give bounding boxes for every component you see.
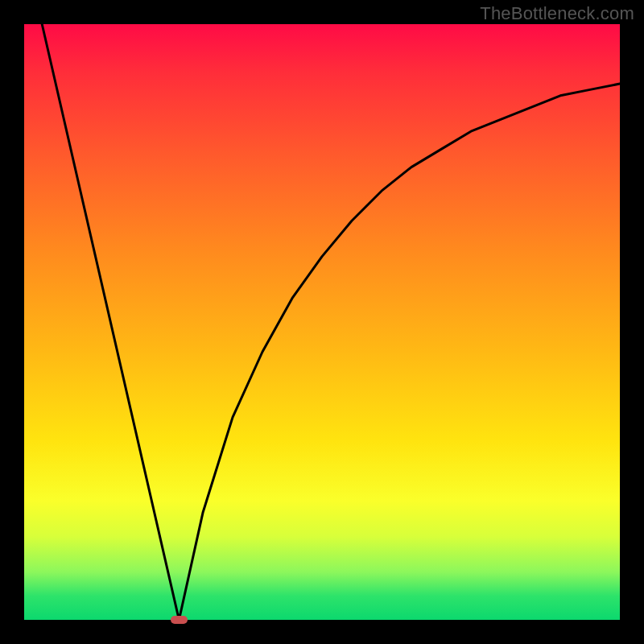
curve-svg	[24, 24, 620, 620]
curve-path	[42, 24, 620, 620]
chart-frame: TheBottleneck.com	[0, 0, 644, 644]
plot-area	[24, 24, 620, 620]
attribution-text: TheBottleneck.com	[480, 3, 634, 24]
min-marker	[171, 616, 188, 624]
